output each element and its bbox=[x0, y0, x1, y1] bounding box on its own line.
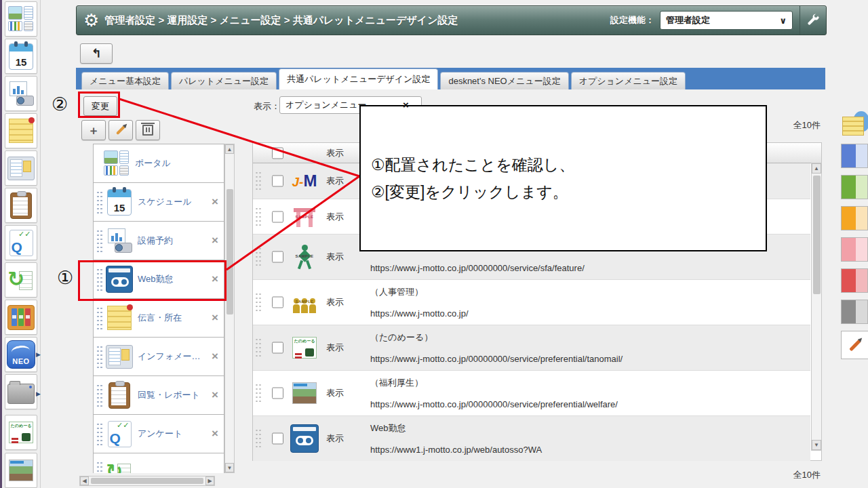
row-url: https://www1.j-motto.co.jp/web/autosso?W… bbox=[370, 445, 542, 455]
palette-item-survey[interactable]: ✓✓Q アンケート × bbox=[93, 414, 224, 453]
palette-item-circular-report[interactable]: 回覧・レポート × bbox=[93, 375, 224, 415]
clipboard-icon[interactable] bbox=[5, 188, 37, 223]
equipment-icon[interactable] bbox=[5, 76, 37, 111]
tab-palette-menu[interactable]: パレットメニュー設定 bbox=[171, 72, 277, 89]
scroll-right-button[interactable]: ▶ bbox=[205, 476, 214, 485]
palette-item-schedule[interactable]: 15 スケジュール × bbox=[93, 182, 224, 222]
neo-expand-arrow[interactable]: ▶ bbox=[36, 351, 41, 358]
palette-item-equipment[interactable]: 設備予約 × bbox=[93, 221, 224, 260]
row-checkbox[interactable] bbox=[272, 176, 283, 187]
memo-note-icon[interactable] bbox=[842, 111, 868, 142]
drag-handle[interactable] bbox=[255, 207, 261, 227]
drag-handle[interactable] bbox=[96, 345, 102, 368]
drag-handle[interactable] bbox=[255, 292, 261, 312]
trash-icon bbox=[142, 125, 153, 136]
table-row-hr[interactable]: SAMPLE 表示 （人事管理） https://www.j-motto.co.… bbox=[253, 280, 810, 325]
scroll-down-button[interactable]: ▼ bbox=[812, 440, 821, 450]
palette-item-label: インフォメー… bbox=[138, 350, 201, 363]
wrench-button[interactable] bbox=[800, 6, 826, 35]
palette-item-label: スケジュール bbox=[138, 196, 192, 208]
scrollbar-thumb[interactable] bbox=[91, 478, 203, 484]
table-scrollbar-vertical[interactable]: ▲ ▼ bbox=[811, 163, 822, 451]
row-checkbox[interactable] bbox=[272, 297, 283, 308]
palette-item-label: 回覧・レポート bbox=[138, 389, 200, 401]
close-icon[interactable]: × bbox=[212, 350, 218, 363]
scroll-down-button[interactable]: ▼ bbox=[225, 463, 234, 472]
tab-common-palette-design[interactable]: 共通パレットメニューデザイン設定 bbox=[279, 68, 438, 89]
design-color-pink[interactable] bbox=[841, 237, 868, 262]
back-button[interactable]: ↰ bbox=[80, 43, 113, 64]
palette-scrollbar-vertical[interactable]: ▲ ▼ bbox=[224, 144, 235, 473]
scrollbar-thumb[interactable] bbox=[226, 189, 233, 314]
close-icon[interactable]: × bbox=[212, 234, 218, 247]
row-checkbox[interactable] bbox=[272, 251, 283, 263]
drag-handle[interactable] bbox=[96, 422, 102, 445]
row-checkbox[interactable] bbox=[272, 211, 283, 222]
close-icon[interactable]: × bbox=[212, 311, 218, 325]
design-color-red[interactable] bbox=[841, 268, 868, 293]
row-checkbox[interactable] bbox=[272, 388, 283, 399]
drag-handle[interactable] bbox=[255, 428, 261, 449]
tanomail-icon[interactable]: たのめーる bbox=[5, 415, 37, 450]
drag-handle[interactable] bbox=[96, 461, 102, 473]
drag-handle[interactable] bbox=[255, 383, 261, 403]
tab-strip: メニュー基本設定 パレットメニュー設定 共通パレットメニューデザイン設定 des… bbox=[76, 68, 825, 89]
gear-icon: ⚙ bbox=[83, 10, 99, 31]
table-row-web-kintai[interactable]: 表示 Web勤怠 https://www1.j-motto.co.jp/web/… bbox=[253, 416, 810, 461]
scroll-left-button[interactable]: ◀ bbox=[80, 476, 89, 485]
drag-handle[interactable] bbox=[96, 384, 102, 407]
row-checkbox[interactable] bbox=[272, 433, 283, 445]
tab-menu-basic[interactable]: メニュー基本設定 bbox=[81, 72, 169, 89]
table-row-welfare[interactable]: 表示 （福利厚生） https://www.j-motto.co.jp/0000… bbox=[253, 371, 810, 416]
palette-item-information[interactable]: インフォメー… × bbox=[93, 337, 224, 376]
close-icon[interactable]: × bbox=[212, 388, 218, 402]
design-color-blue[interactable] bbox=[841, 144, 868, 168]
palette-item-partial[interactable]: ↻ bbox=[93, 453, 224, 473]
scrollbar-thumb[interactable] bbox=[813, 176, 821, 294]
folder-expand-arrow[interactable]: ▶ bbox=[36, 390, 41, 397]
scroll-up-button[interactable]: ▲ bbox=[812, 163, 821, 174]
folder-icon[interactable] bbox=[5, 374, 37, 409]
close-icon[interactable]: × bbox=[212, 195, 218, 209]
portal-icon[interactable] bbox=[5, 1, 37, 37]
neo-icon[interactable]: NEO bbox=[5, 337, 37, 372]
setting-function-select[interactable]: 管理者設定 ∨ bbox=[660, 11, 793, 30]
drag-handle[interactable] bbox=[96, 306, 102, 329]
drag-handle[interactable] bbox=[255, 247, 261, 267]
filter-clear-icon[interactable]: × bbox=[403, 99, 409, 110]
annotation-line-1: ①配置されたことを確認し、 bbox=[371, 151, 766, 178]
tab-desknets-neo-menu[interactable]: desknet's NEOメニュー設定 bbox=[440, 72, 568, 89]
palette-scrollbar-horizontal[interactable]: ◀ ▶ bbox=[79, 476, 215, 486]
welfare-icon[interactable] bbox=[5, 453, 37, 488]
memo-icon[interactable] bbox=[5, 113, 37, 148]
equipment-icon bbox=[105, 228, 134, 253]
custom-design-button[interactable] bbox=[841, 331, 868, 359]
design-color-orange[interactable] bbox=[841, 206, 868, 230]
cabinet-icon[interactable] bbox=[5, 300, 37, 335]
table-row-tanomail[interactable]: たのめーる 表示 （たのめーる） https://www.j-motto.co.… bbox=[253, 325, 810, 371]
add-button[interactable]: ＋ bbox=[81, 120, 106, 140]
row-checkbox[interactable] bbox=[272, 342, 283, 354]
close-icon[interactable]: × bbox=[212, 427, 218, 441]
drag-handle[interactable] bbox=[255, 171, 261, 191]
back-icon: ↰ bbox=[91, 46, 101, 61]
annotation-note-box: ①配置されたことを確認し、 ②[変更]をクリックします。 bbox=[359, 105, 767, 251]
row-url: https://www.j-motto.co.jp/00000000/servi… bbox=[370, 263, 585, 273]
workflow-icon[interactable]: ↻ bbox=[5, 262, 37, 298]
portal-icon bbox=[102, 150, 131, 176]
drag-handle[interactable] bbox=[96, 229, 102, 252]
delete-button[interactable] bbox=[136, 120, 160, 140]
scroll-up-button[interactable]: ▲ bbox=[225, 144, 234, 154]
infoboard-icon[interactable] bbox=[5, 150, 37, 186]
palette-item-portal[interactable]: ポータル bbox=[93, 144, 224, 183]
design-color-green[interactable] bbox=[841, 175, 868, 199]
select-all-checkbox[interactable] bbox=[272, 147, 283, 159]
survey-icon[interactable]: ✓✓Q bbox=[5, 225, 37, 260]
design-color-gray[interactable] bbox=[841, 300, 868, 324]
palette-item-memo[interactable]: 伝言・所在 × bbox=[93, 298, 224, 338]
schedule-icon[interactable]: 15 bbox=[5, 39, 37, 74]
tab-option-menu[interactable]: オプションメニュー設定 bbox=[571, 72, 686, 89]
drag-handle[interactable] bbox=[96, 190, 102, 214]
edit-button[interactable] bbox=[108, 120, 133, 140]
drag-handle[interactable] bbox=[255, 338, 261, 358]
